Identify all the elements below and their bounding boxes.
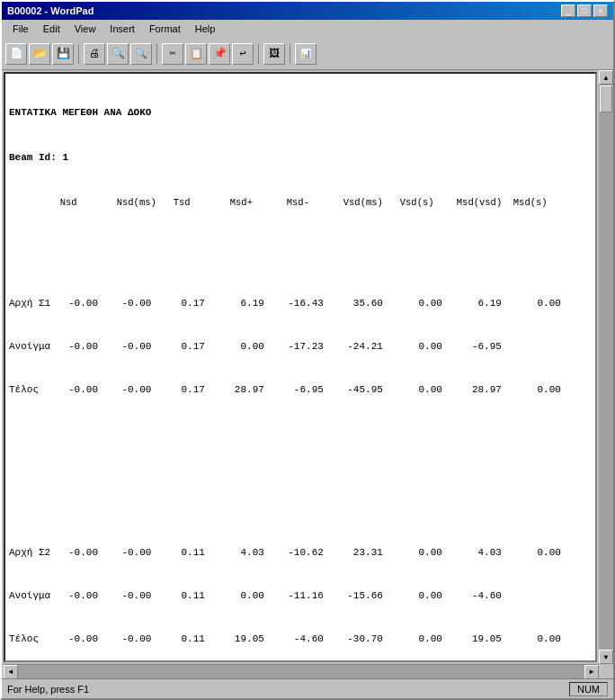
spacer-s1 xyxy=(9,455,592,461)
menu-view[interactable]: View xyxy=(67,22,103,36)
new-button[interactable]: 📄 xyxy=(5,43,27,65)
num-indicator: NUM xyxy=(569,682,608,696)
close-button[interactable]: × xyxy=(593,4,608,17)
window-title: B00002 - WordPad xyxy=(7,5,94,16)
save-button[interactable]: 💾 xyxy=(52,43,74,65)
toolbar-separator-1 xyxy=(78,44,79,64)
horizontal-scrollbar[interactable]: ◄ ► xyxy=(4,664,599,678)
row-s1-anoigma: Ανοίγμα -0.00 -0.00 0.17 0.00 -17.23 -24… xyxy=(9,340,592,354)
row-s1-arxi: Αρχή Σ1 -0.00 -0.00 0.17 6.19 -16.43 35.… xyxy=(9,297,592,311)
copy-button[interactable]: 📋 xyxy=(185,43,207,65)
vertical-scrollbar[interactable]: ▲ ▼ xyxy=(599,70,613,664)
maximize-button[interactable]: □ xyxy=(577,4,592,17)
window-controls: _ □ × xyxy=(561,4,608,17)
scroll-left-button[interactable]: ◄ xyxy=(4,665,18,679)
menu-format[interactable]: Format xyxy=(142,22,188,36)
find-button[interactable]: 🔍 xyxy=(130,43,152,65)
row-s2-telos: Τέλος -0.00 -0.00 0.11 19.05 -4.60 -30.7… xyxy=(9,633,592,647)
data-table: ΕΝΤΑΤΙΚΑ ΜΕΓΕΘΗ ΑΝΑ ΔΟΚΟ Beam Id: 1 Nsd … xyxy=(9,77,592,662)
menu-help[interactable]: Help xyxy=(188,22,223,36)
toolbar-separator-3 xyxy=(258,44,259,64)
menu-file[interactable]: File xyxy=(5,22,36,36)
scroll-up-button[interactable]: ▲ xyxy=(599,70,613,85)
print-preview-button[interactable]: 🔍 xyxy=(107,43,129,65)
extra-button[interactable]: 📊 xyxy=(295,43,316,65)
row-s2-anoigma: Ανοίγμα -0.00 -0.00 0.11 0.00 -11.16 -15… xyxy=(9,589,592,604)
undo-button[interactable]: ↩ xyxy=(232,43,254,65)
beam-id: Beam Id: 1 xyxy=(9,151,592,166)
document-content[interactable]: ΕΝΤΑΤΙΚΑ ΜΕΓΕΘΗ ΑΝΑ ΔΟΚΟ Beam Id: 1 Nsd … xyxy=(4,72,597,662)
row-s2-arxi: Αρχή Σ2 -0.00 -0.00 0.11 4.03 -10.62 23.… xyxy=(9,546,592,561)
minimize-button[interactable]: _ xyxy=(561,4,575,17)
menu-insert[interactable]: Insert xyxy=(102,22,142,36)
insert-image-button[interactable]: 🖼 xyxy=(263,43,285,65)
open-button[interactable]: 📂 xyxy=(29,43,50,65)
section-s2: Αρχή Σ2 -0.00 -0.00 0.11 4.03 -10.62 23.… xyxy=(9,517,592,662)
paste-button[interactable]: 📌 xyxy=(209,43,230,65)
menu-edit[interactable]: Edit xyxy=(36,22,67,36)
scroll-thumb-v[interactable] xyxy=(600,85,612,112)
title-bar: B00002 - WordPad _ □ × xyxy=(2,2,613,20)
print-button[interactable]: 🖨 xyxy=(84,43,105,65)
toolbar: 📄 📂 💾 🖨 🔍 🔍 ✂ 📋 📌 ↩ 🖼 📊 xyxy=(2,38,613,70)
help-text: For Help, press F1 xyxy=(7,684,89,695)
scroll-down-button[interactable]: ▼ xyxy=(599,650,613,664)
section-s1: Αρχή Σ1 -0.00 -0.00 0.17 6.19 -16.43 35.… xyxy=(9,268,592,426)
menu-bar: File Edit View Insert Format Help xyxy=(2,20,613,38)
cut-button[interactable]: ✂ xyxy=(162,43,183,65)
section-title: ΕΝΤΑΤΙΚΑ ΜΕΓΕΘΗ ΑΝΑ ΔΟΚΟ xyxy=(9,106,592,121)
toolbar-separator-4 xyxy=(290,44,290,64)
row-s1-telos: Τέλος -0.00 -0.00 0.17 28.97 -6.95 -45.9… xyxy=(9,383,592,398)
scroll-track-h[interactable] xyxy=(18,665,584,678)
scroll-right-button[interactable]: ► xyxy=(584,665,599,679)
status-bar: For Help, press F1 NUM xyxy=(2,678,613,698)
content-area: ΕΝΤΑΤΙΚΑ ΜΕΓΕΘΗ ΑΝΑ ΔΟΚΟ Beam Id: 1 Nsd … xyxy=(2,70,613,664)
scroll-track-v[interactable] xyxy=(599,85,613,650)
toolbar-separator-2 xyxy=(156,44,157,64)
column-headers: Nsd Nsd(ms) Tsd Msd+ Msd- Vsd(ms) Vsd(s)… xyxy=(9,196,592,210)
main-window: B00002 - WordPad _ □ × File Edit View In… xyxy=(0,0,615,700)
